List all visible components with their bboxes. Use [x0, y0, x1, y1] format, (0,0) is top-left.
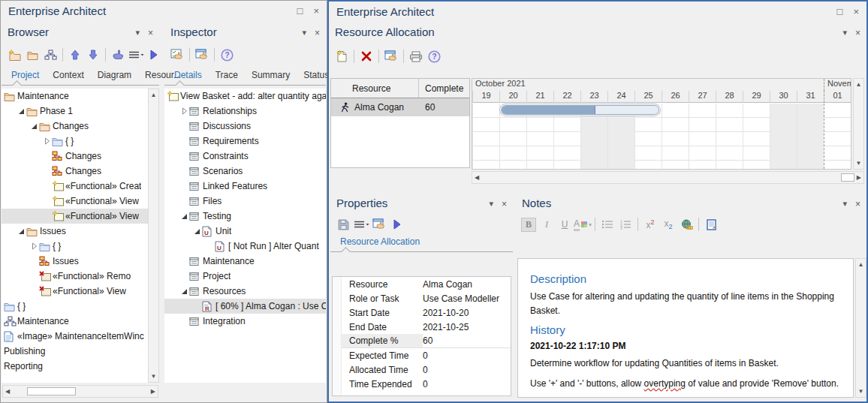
tree-item[interactable]: «Image» MaintenanceItemWinc — [2, 329, 149, 344]
collapse-arrow-icon[interactable] — [179, 288, 189, 295]
tree-item[interactable]: Maintenance — [164, 254, 326, 269]
print-icon[interactable] — [407, 47, 425, 65]
tree-item[interactable]: Changes — [2, 149, 149, 164]
tree-item[interactable]: Project — [164, 269, 326, 284]
notes-doc-icon[interactable] — [702, 215, 720, 233]
property-value[interactable]: Use Case Modeller — [423, 293, 511, 304]
scroll-down-icon[interactable]: ▼ — [856, 160, 862, 167]
panel-menu-icon[interactable]: ▾ — [842, 28, 847, 38]
collapse-arrow-icon[interactable] — [179, 213, 189, 220]
underline-icon[interactable]: U — [556, 215, 574, 233]
panel-close-icon[interactable]: × — [855, 199, 860, 209]
help-icon[interactable]: ? — [218, 46, 236, 64]
panel-menu-icon[interactable]: ▾ — [842, 199, 847, 209]
close-icon[interactable]: × — [313, 5, 319, 17]
tree-item[interactable]: { } — [2, 134, 149, 149]
tree-item[interactable]: Scenarios — [164, 164, 326, 179]
tree-item[interactable]: Maintenance — [2, 89, 149, 104]
model-icon[interactable] — [41, 46, 59, 64]
hand-check-icon[interactable] — [168, 46, 186, 64]
tree-item[interactable]: Issues — [2, 224, 149, 239]
delete-icon[interactable] — [357, 47, 375, 65]
collapse-arrow-icon[interactable] — [192, 228, 202, 235]
play-icon[interactable] — [388, 215, 406, 233]
tree-item[interactable]: View Basket - add: alter quantity aga — [164, 89, 326, 104]
panel-menu-icon[interactable]: ▾ — [135, 28, 140, 38]
gantt-task-bar[interactable] — [501, 105, 659, 115]
scroll-right-icon[interactable]: ▶ — [857, 174, 861, 181]
save-icon[interactable] — [334, 215, 352, 233]
menu-icon[interactable] — [127, 46, 145, 64]
tree-item[interactable]: Constraints — [164, 149, 326, 164]
new-folder-icon[interactable] — [5, 46, 23, 64]
property-row[interactable]: Complete %60 — [333, 334, 511, 348]
scroll-right-icon[interactable]: ▶ — [151, 388, 155, 395]
scroll-left-icon[interactable]: ◀ — [475, 174, 479, 181]
tree-item[interactable]: Phase 1 — [2, 104, 149, 119]
tree-item[interactable]: Requirements — [164, 134, 326, 149]
subscript-icon[interactable]: x2 — [659, 215, 677, 233]
tree-item[interactable]: Files — [164, 194, 326, 209]
hyperlink-icon[interactable] — [677, 215, 695, 233]
hand-window-icon[interactable] — [370, 215, 388, 233]
panel-menu-icon[interactable]: ▾ — [489, 199, 493, 209]
property-row[interactable]: Time Expended0 — [333, 377, 511, 391]
tab-details[interactable]: Details — [167, 67, 209, 85]
property-value[interactable]: 2021-10-20 — [423, 308, 511, 318]
tree-item[interactable]: «Functional» Creat — [2, 179, 149, 194]
tree-item[interactable]: Relationships — [164, 104, 326, 119]
number-list-icon[interactable]: 123 — [616, 215, 634, 233]
tree-item[interactable]: { } — [2, 299, 149, 314]
superscript-icon[interactable]: x2 — [641, 215, 659, 233]
maximize-icon[interactable]: □ — [837, 6, 843, 17]
property-row[interactable]: Expected Time0 — [333, 348, 511, 362]
scroll-up-icon[interactable]: ▲ — [151, 92, 157, 98]
property-value[interactable]: Alma Cogan — [423, 279, 511, 290]
browser-vertical-scrollbar[interactable]: ▲ ▼ — [148, 89, 159, 383]
folder-icon[interactable] — [23, 46, 41, 64]
bold-icon[interactable]: B — [520, 215, 538, 233]
property-value[interactable]: 0 — [423, 350, 511, 361]
column-header-complete[interactable]: Complete — [419, 79, 469, 98]
tree-item[interactable]: «Functional» Remo — [2, 269, 149, 284]
scroll-down-icon[interactable]: ▼ — [151, 373, 157, 380]
maximize-icon[interactable]: □ — [297, 5, 303, 17]
tree-item[interactable]: Changes — [2, 164, 149, 179]
collapse-arrow-icon[interactable] — [17, 108, 26, 115]
gantt-horizontal-scrollbar[interactable]: ◀ ▶ — [472, 171, 864, 184]
play-icon[interactable] — [145, 46, 163, 64]
tree-item[interactable]: Linked Features — [164, 179, 326, 194]
hand-icon[interactable] — [109, 46, 127, 64]
property-row[interactable]: ResourceAlma Cogan — [333, 277, 511, 291]
panel-close-icon[interactable]: × — [148, 28, 153, 38]
property-row[interactable]: Role or TaskUse Case Modeller — [333, 291, 511, 305]
scroll-down-icon[interactable]: ▼ — [858, 388, 864, 395]
expand-arrow-icon[interactable] — [179, 107, 189, 115]
help-icon[interactable]: ? — [425, 47, 443, 65]
hand-window-icon[interactable] — [382, 47, 400, 65]
property-row[interactable]: Start Date2021-10-20 — [333, 305, 511, 320]
tab-diagram[interactable]: Diagram — [91, 67, 138, 85]
resource-row[interactable]: Alma Cogan60 — [331, 98, 469, 116]
tree-item[interactable]: «Functional» View — [2, 284, 149, 299]
tree-item[interactable]: Issues — [2, 254, 149, 269]
panel-close-icon[interactable]: × — [502, 199, 507, 209]
tree-item[interactable]: Testing — [164, 209, 326, 224]
tree-item[interactable]: Changes — [2, 119, 149, 134]
tree-item[interactable]: «Functional» View — [2, 194, 149, 209]
panel-menu-icon[interactable]: ▾ — [302, 28, 306, 38]
hand-window-icon[interactable] — [193, 46, 211, 64]
panel-close-icon[interactable]: × — [855, 28, 860, 38]
browser-horizontal-scrollbar[interactable]: ◀ ▶ — [2, 385, 158, 398]
notes-vertical-scrollbar[interactable]: ▲ ▼ — [855, 258, 866, 398]
property-value[interactable]: 0 — [423, 365, 511, 375]
tab-summary[interactable]: Summary — [245, 67, 297, 85]
fontcolor-icon[interactable]: A▾ — [574, 215, 592, 233]
down-arrow-icon[interactable] — [84, 46, 102, 64]
tab-trace[interactable]: Trace — [209, 67, 245, 85]
collapse-arrow-icon[interactable] — [29, 123, 39, 130]
tree-item[interactable]: U[ Not Run ] Alter Quant — [164, 239, 326, 254]
scroll-left-icon[interactable]: ◀ — [5, 388, 10, 395]
property-value[interactable]: 0 — [423, 379, 511, 389]
expand-arrow-icon[interactable] — [29, 242, 39, 250]
